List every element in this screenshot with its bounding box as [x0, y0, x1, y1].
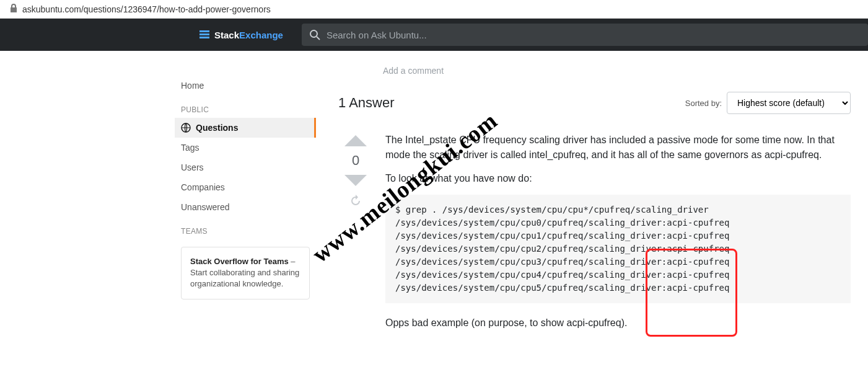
top-bar: StackExchange [0, 19, 868, 51]
svg-line-4 [317, 37, 320, 40]
teams-card: Stack Overflow for Teams – Start collabo… [181, 247, 310, 299]
svg-rect-0 [199, 30, 209, 32]
upvote-button[interactable] [344, 135, 367, 146]
globe-icon [181, 123, 191, 133]
lock-icon [10, 4, 17, 12]
sidebar-label-public: PUBLIC [175, 95, 316, 118]
sort-control: Sorted by: Highest score (default) [685, 92, 851, 114]
vote-count: 0 [352, 153, 359, 169]
sidebar-item-questions[interactable]: Questions [175, 118, 316, 138]
answers-header: 1 Answer Sorted by: Highest score (defau… [338, 92, 851, 114]
code-block[interactable]: $ grep . /sys/devices/system/cpu/cpu*/cp… [385, 195, 851, 303]
answers-count-heading: 1 Answer [338, 95, 395, 111]
svg-point-3 [310, 30, 317, 37]
sort-label: Sorted by: [685, 99, 722, 108]
answer-para: Opps bad example (on purpose, to show ac… [385, 316, 851, 330]
sort-select[interactable]: Highest score (default) [727, 92, 851, 114]
history-icon[interactable] [349, 195, 362, 207]
browser-url-bar: askubuntu.com/questions/1236947/how-to-a… [0, 0, 868, 19]
left-sidebar: Home PUBLIC Questions Tags Users Compani… [155, 51, 316, 339]
svg-rect-2 [199, 37, 209, 38]
sidebar-label-teams: TEAMS [175, 217, 316, 239]
answer-para: To look at what you have now do: [385, 171, 851, 186]
url-text[interactable]: askubuntu.com/questions/1236947/how-to-a… [22, 4, 271, 14]
search-input[interactable] [327, 30, 861, 40]
answer-body: The Intel_pstate CPU frequency scaling d… [373, 133, 851, 339]
sidebar-item-unanswered[interactable]: Unanswered [175, 197, 316, 217]
svg-rect-1 [199, 33, 209, 35]
search-icon [309, 29, 320, 40]
brand-text: StackExchange [214, 30, 283, 40]
content-area: Add a comment 1 Answer Sorted by: Highes… [316, 51, 868, 339]
search-box[interactable] [302, 24, 868, 46]
brand-link[interactable]: StackExchange [198, 29, 283, 41]
stack-exchange-icon [198, 29, 211, 41]
main-area: Home PUBLIC Questions Tags Users Compani… [0, 51, 868, 339]
downvote-button[interactable] [344, 175, 367, 186]
sidebar-item-home[interactable]: Home [175, 76, 316, 95]
add-comment-link[interactable]: Add a comment [383, 66, 851, 76]
vote-column: 0 [338, 133, 373, 339]
teams-card-title: Stack Overflow for Teams [190, 257, 289, 266]
answer-para: The Intel_pstate CPU frequency scaling d… [385, 133, 851, 162]
sidebar-item-users[interactable]: Users [175, 157, 316, 177]
sidebar-item-label: Questions [196, 123, 238, 133]
answer: 0 The Intel_pstate CPU frequency scaling… [338, 133, 851, 339]
sidebar-item-tags[interactable]: Tags [175, 138, 316, 157]
sidebar-item-companies[interactable]: Companies [175, 177, 316, 197]
